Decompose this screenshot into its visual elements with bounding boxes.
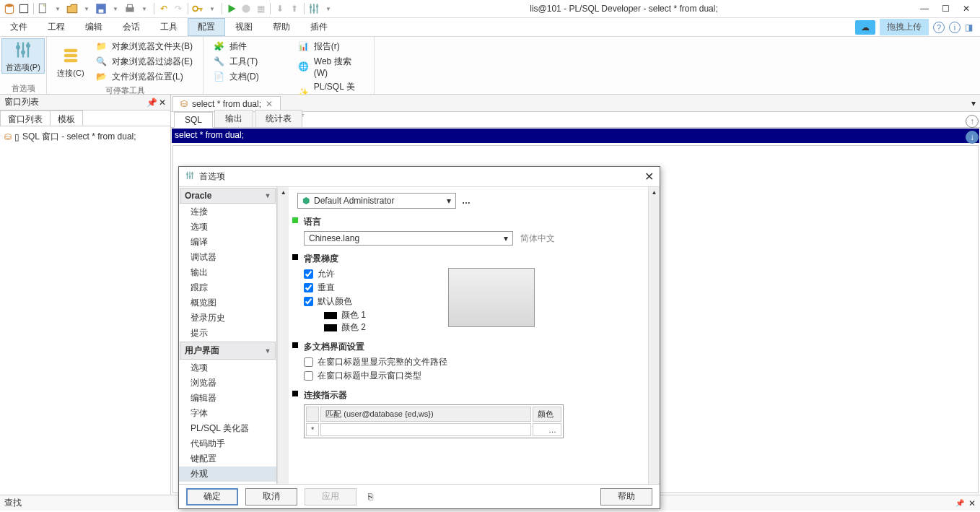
ribbon-plugin[interactable]: 🧩插件: [211, 40, 282, 53]
tree-item[interactable]: 键配置: [179, 451, 276, 467]
profile-select[interactable]: ⬢Default Administrator ▾: [297, 193, 456, 209]
key-icon[interactable]: [191, 2, 204, 15]
tree-item[interactable]: PL/SQL 美化器: [179, 421, 276, 436]
scrollbar[interactable]: ▲: [277, 187, 289, 484]
cancel-button[interactable]: 取消: [245, 488, 297, 506]
dropdown-icon[interactable]: ▼: [206, 2, 219, 15]
color-swatch-2[interactable]: [324, 324, 337, 331]
tab-dropdown-icon[interactable]: ▾: [967, 98, 980, 108]
more-icon[interactable]: …: [462, 196, 471, 206]
help-icon[interactable]: ?: [933, 22, 945, 33]
ribbon-file-locations[interactable]: 📂文件浏览器位置(L): [93, 70, 196, 84]
scrollbar[interactable]: ▲: [648, 187, 660, 484]
cloud-button[interactable]: ☁: [855, 20, 875, 35]
new-icon[interactable]: [37, 2, 50, 15]
minimize-icon[interactable]: —: [920, 4, 929, 14]
db-icon[interactable]: [3, 2, 16, 15]
menu-config[interactable]: 配置: [188, 18, 225, 36]
chk-fullpath[interactable]: 在窗口标题里显示完整的文件路径: [304, 356, 639, 368]
pin-icon[interactable]: 📌: [955, 499, 964, 507]
menu-plugins[interactable]: 插件: [300, 18, 338, 36]
tree-item-appearance[interactable]: 外观: [179, 467, 276, 482]
chk-wintype[interactable]: 在窗口标题中显示窗口类型: [304, 370, 639, 382]
ribbon-browser-filters[interactable]: 🔍对象浏览器过滤器(E): [93, 55, 196, 69]
menu-session[interactable]: 会话: [113, 18, 150, 36]
debug-icon[interactable]: [240, 2, 253, 15]
right-gutter: ↑ ↓: [964, 112, 980, 147]
tree-item[interactable]: 调试器: [179, 250, 276, 265]
undo-icon[interactable]: ↶: [157, 2, 170, 15]
tree-item[interactable]: 提示: [179, 326, 276, 341]
upload-button[interactable]: 拖拽上传: [880, 19, 929, 35]
menu-edit[interactable]: 编辑: [75, 18, 113, 36]
stop-icon[interactable]: [17, 2, 30, 15]
info-icon[interactable]: i: [949, 22, 961, 33]
tree-item[interactable]: 登录历史: [179, 311, 276, 326]
rollback-icon[interactable]: ⬆: [288, 2, 301, 15]
tab-template[interactable]: 模板: [50, 110, 83, 126]
tree-item[interactable]: 字体: [179, 406, 276, 421]
tree-item[interactable]: 代码助手: [179, 436, 276, 451]
language-select[interactable]: Chinese.lang▾: [304, 231, 513, 246]
ribbon-tools[interactable]: 🔧工具(T): [211, 55, 282, 69]
ok-button[interactable]: 确定: [186, 488, 238, 506]
help-button[interactable]: 帮助: [600, 488, 652, 506]
doc-icon: 📄: [214, 71, 225, 83]
tree-cat-ui[interactable]: 用户界面▼: [180, 342, 276, 360]
tree-item[interactable]: 输出: [179, 265, 276, 280]
tree-item[interactable]: 编译: [179, 235, 276, 250]
maximize-icon[interactable]: ☐: [942, 4, 950, 14]
tree-item[interactable]: 浏览器: [179, 376, 276, 391]
match-cell[interactable]: [320, 423, 531, 436]
open-icon[interactable]: [66, 2, 79, 15]
tab-window-list[interactable]: 窗口列表: [0, 110, 51, 126]
ribbon-websearch[interactable]: 🌐Web 搜索(W): [295, 55, 367, 79]
save-icon[interactable]: [95, 2, 108, 15]
ribbon-browser-folders[interactable]: 📁对象浏览器文件夹(B): [93, 40, 196, 53]
tree-item[interactable]: 选项: [179, 360, 276, 376]
menu-view[interactable]: 视图: [225, 18, 263, 36]
ribbon-preferences[interactable]: 首选项(P): [1, 38, 45, 74]
menu-tools[interactable]: 工具: [150, 18, 188, 36]
redo-icon[interactable]: ↷: [172, 2, 185, 15]
up-arrow-icon[interactable]: ↑: [966, 115, 979, 128]
ribbon-docs[interactable]: 📄文档(D): [211, 70, 282, 84]
tree-item[interactable]: 编辑器: [179, 391, 276, 406]
tree-item[interactable]: 概览图: [179, 295, 276, 311]
ribbon-reports[interactable]: 📊报告(r): [295, 40, 367, 53]
tree-cat-oracle[interactable]: Oracle▼: [180, 188, 276, 204]
print-icon[interactable]: [123, 2, 136, 15]
tree-item[interactable]: 跟踪: [179, 280, 276, 295]
subtab-stats[interactable]: 统计表: [255, 110, 302, 127]
commit-icon[interactable]: ⬇: [274, 2, 286, 15]
menu-help[interactable]: 帮助: [263, 18, 300, 36]
bookmark-icon[interactable]: ◨: [965, 22, 973, 32]
run-icon[interactable]: [225, 2, 238, 15]
dropdown-icon[interactable]: ▼: [109, 2, 122, 15]
color-swatch-1[interactable]: [324, 312, 337, 319]
dropdown-icon[interactable]: ▼: [80, 2, 93, 15]
tree-item[interactable]: 连接: [179, 204, 276, 220]
dropdown-icon[interactable]: ▼: [322, 2, 335, 15]
down-arrow-icon[interactable]: ↓: [966, 131, 979, 144]
subtab-sql[interactable]: SQL: [174, 112, 213, 128]
sql-editor[interactable]: select * from dual;: [172, 129, 979, 143]
dropdown-icon[interactable]: ▼: [138, 2, 151, 15]
dropdown-icon[interactable]: ▼: [51, 2, 64, 15]
ribbon-connect[interactable]: 连接(C): [54, 40, 87, 84]
close-icon[interactable]: ✕: [644, 170, 654, 183]
menu-file[interactable]: 文件: [0, 18, 38, 36]
export-icon[interactable]: ⎘: [368, 492, 373, 502]
sliders-icon[interactable]: [307, 2, 320, 15]
break-icon[interactable]: ▦: [254, 2, 267, 15]
close-icon[interactable]: ✕: [266, 99, 273, 109]
pin-icon[interactable]: 📌: [146, 97, 157, 108]
menu-project[interactable]: 工程: [38, 18, 75, 36]
tree-item-sql[interactable]: ⛁ ▯ SQL 窗口 - select * from dual;: [3, 129, 167, 144]
close-icon[interactable]: ✕: [968, 498, 976, 508]
close-icon[interactable]: ✕: [963, 4, 970, 14]
close-icon[interactable]: ✕: [159, 97, 166, 108]
subtab-output[interactable]: 输出: [214, 110, 253, 127]
tree-item[interactable]: 选项: [179, 220, 276, 235]
connection-table[interactable]: 匹配 (user@database {ed,ws})颜色 *…: [304, 404, 564, 438]
